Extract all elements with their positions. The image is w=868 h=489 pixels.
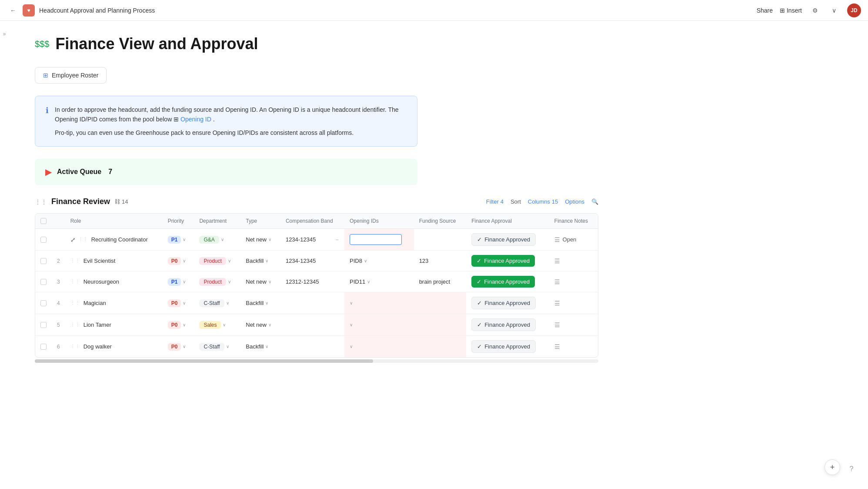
notes-icon: ☰ <box>554 322 560 328</box>
opening-id-cell[interactable]: PID11∨ <box>344 271 414 292</box>
opening-id-chevron[interactable]: ∨ <box>350 344 353 349</box>
search-button[interactable]: 🔍 <box>591 198 598 205</box>
finance-approved-label: Finance Approved <box>484 322 530 328</box>
filter-button[interactable]: Filter 4 <box>486 198 504 205</box>
notes-text: Open <box>563 236 577 243</box>
opening-id-link-icon: ⊞ <box>174 116 179 123</box>
type-chevron[interactable]: ∨ <box>265 258 268 263</box>
type-chevron[interactable]: ∨ <box>268 322 271 327</box>
opening-id-chevron[interactable]: ∨ <box>364 258 367 263</box>
row-checkbox-cell <box>35 229 52 251</box>
dept-chevron[interactable]: ∨ <box>223 322 226 327</box>
finance-approved-button[interactable]: ✓Finance Approved <box>471 340 536 353</box>
finance-approved-label: Finance Approved <box>484 236 530 243</box>
finance-approved-icon: ✓ <box>477 343 482 350</box>
funding-source-value: 123 <box>419 258 461 264</box>
row-drag-handle[interactable]: ⋮⋮ <box>78 237 88 242</box>
dept-chevron[interactable]: ∨ <box>228 258 231 263</box>
options-button[interactable]: Options <box>565 198 584 205</box>
funding-text: 123 <box>419 258 429 264</box>
priority-chevron[interactable]: ∨ <box>183 301 186 305</box>
funding-source-cell[interactable] <box>414 292 467 314</box>
priority-badge: P1 <box>168 236 181 244</box>
scrollbar-thumb[interactable] <box>35 359 373 363</box>
dept-chevron[interactable]: ∨ <box>226 301 229 305</box>
row-checkbox[interactable] <box>40 279 47 285</box>
nav-chevron-button[interactable]: ∨ <box>828 4 840 17</box>
section-drag-handle[interactable]: ⋮⋮ <box>35 198 47 205</box>
finance-notes-cell-outer: ☰ <box>549 336 598 358</box>
opening-id-cell[interactable]: ∨ <box>344 336 414 358</box>
type-chevron[interactable]: ∨ <box>268 279 271 284</box>
dept-chevron[interactable]: ∨ <box>221 237 224 242</box>
row-drag-handle[interactable]: ⋮⋮ <box>70 279 80 285</box>
row-checkbox[interactable] <box>40 258 47 264</box>
opening-id-cell[interactable]: ∨ <box>344 314 414 336</box>
finance-approved-button[interactable]: ✓Finance Approved <box>471 297 536 309</box>
row-checkbox[interactable] <box>40 344 47 350</box>
header-checkbox[interactable] <box>40 218 47 224</box>
finance-approved-icon: ✓ <box>477 236 482 243</box>
finance-approved-icon: ✓ <box>477 278 481 285</box>
priority-cell: P0 ∨ <box>163 336 194 358</box>
row-drag-handle[interactable]: ⋮⋮ <box>70 300 80 306</box>
priority-badge: P1 <box>168 278 181 286</box>
type-chevron[interactable]: ∨ <box>265 301 268 305</box>
notes-icon: ☰ <box>554 258 560 265</box>
sidebar-toggle[interactable]: » <box>0 21 9 47</box>
insert-button[interactable]: ⊞ Insert <box>780 7 802 14</box>
opening-id-input[interactable] <box>350 234 402 245</box>
department-cell: G&A ∨ <box>194 229 240 251</box>
priority-chevron[interactable]: ∨ <box>183 322 186 327</box>
row-checkbox[interactable] <box>40 237 47 243</box>
opening-id-chevron[interactable]: ∨ <box>367 279 370 284</box>
finance-approved-button[interactable]: ✓Finance Approved <box>471 233 536 246</box>
opening-id-link[interactable]: Opening ID <box>180 116 211 123</box>
page-title: Finance View and Approval <box>55 35 258 53</box>
role-cell: ⋮⋮ Evil Scientist <box>65 251 163 271</box>
table-scrollbar[interactable] <box>35 359 598 363</box>
finance-approved-button[interactable]: ✓Finance Approved <box>471 255 535 267</box>
dept-chevron[interactable]: ∨ <box>228 279 231 284</box>
opening-id-cell[interactable]: PID8∨ <box>344 251 414 271</box>
type-chevron[interactable]: ∨ <box>268 237 271 242</box>
share-button[interactable]: Share <box>757 7 773 14</box>
active-queue[interactable]: ▶ Active Queue 7 <box>35 159 417 185</box>
priority-chevron[interactable]: ∨ <box>183 344 186 349</box>
funding-source-cell[interactable] <box>414 229 467 251</box>
finance-approved-button[interactable]: ✓Finance Approved <box>471 276 535 288</box>
employee-roster-button[interactable]: ⊞ Employee Roster <box>35 67 107 84</box>
finance-review-link[interactable]: ⛓ 14 <box>114 198 128 205</box>
dept-chevron[interactable]: ∨ <box>226 344 229 349</box>
department-badge: Product <box>199 257 226 265</box>
page-icon: $$$ <box>35 39 49 49</box>
expand-icon[interactable]: ⤢ <box>70 236 76 243</box>
columns-button[interactable]: Columns 15 <box>528 198 558 205</box>
type-chevron[interactable]: ∨ <box>265 344 268 349</box>
opening-id-chevron[interactable]: ∨ <box>350 301 353 305</box>
finance-approval-cell: ✓Finance Approved <box>466 229 549 251</box>
opening-id-empty: ∨ <box>350 301 409 305</box>
funding-source-cell[interactable]: 123 <box>414 251 467 271</box>
row-drag-handle[interactable]: ⋮⋮ <box>70 344 80 349</box>
sort-button[interactable]: Sort <box>511 198 521 205</box>
opening-id-cell[interactable] <box>344 229 414 251</box>
row-checkbox[interactable] <box>40 300 47 306</box>
funding-source-cell[interactable] <box>414 314 467 336</box>
opening-id-cell[interactable]: ∨ <box>344 292 414 314</box>
priority-chevron[interactable]: ∨ <box>183 279 186 284</box>
back-button[interactable]: ← <box>7 4 19 17</box>
row-drag-handle[interactable]: ⋮⋮ <box>70 258 80 264</box>
funding-source-cell[interactable] <box>414 336 467 358</box>
settings-button[interactable]: ⚙ <box>809 4 821 17</box>
compensation-band-cell[interactable]: 1234-12345↔ <box>280 229 344 251</box>
funding-source-cell[interactable]: brain project <box>414 271 467 292</box>
row-drag-handle[interactable]: ⋮⋮ <box>70 322 80 328</box>
row-checkbox[interactable] <box>40 322 47 328</box>
priority-chevron[interactable]: ∨ <box>183 237 186 242</box>
finance-approved-button[interactable]: ✓Finance Approved <box>471 318 536 331</box>
opening-id-chevron[interactable]: ∨ <box>350 322 353 327</box>
user-avatar[interactable]: JD <box>847 3 861 17</box>
row-checkbox-cell <box>35 336 52 358</box>
priority-chevron[interactable]: ∨ <box>183 258 186 263</box>
